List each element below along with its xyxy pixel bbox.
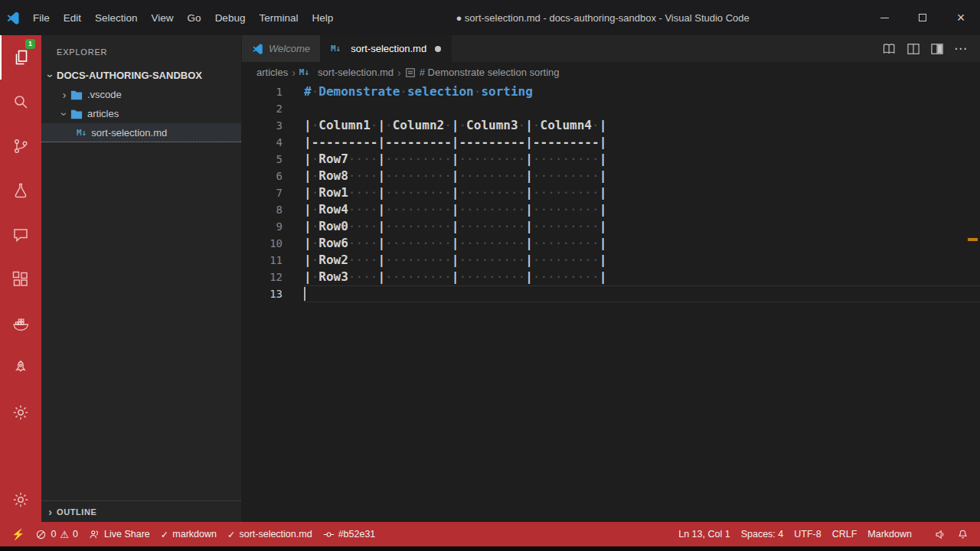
- vscode-logo-icon: [0, 11, 26, 24]
- breadcrumb-symbol-label: # Demonstrate selection sorting: [420, 67, 560, 78]
- menu-edit[interactable]: Edit: [57, 0, 88, 35]
- sidebar-title: EXPLORER: [41, 35, 241, 66]
- tab-sort-selection[interactable]: M↓ sort-selection.md: [321, 35, 452, 62]
- tree-item-label: sort-selection.md: [91, 127, 167, 139]
- code-line-13[interactable]: 13: [242, 285, 980, 302]
- megaphone-icon: [935, 529, 946, 540]
- code-line-10[interactable]: 10|·Row6····|·········|·········|·······…: [242, 235, 980, 252]
- open-preview-button[interactable]: [877, 35, 901, 62]
- window-controls: ×: [865, 0, 980, 35]
- code-text: [304, 285, 980, 302]
- lint-file-status[interactable]: ✓ sort-selection.md: [222, 522, 318, 546]
- live-share-button[interactable]: Live Share: [83, 522, 155, 546]
- code-line-8[interactable]: 8|·Row4····|·········|·········|········…: [242, 201, 980, 218]
- check-icon: ✓: [161, 529, 168, 540]
- code-line-9[interactable]: 9|·Row0····|·········|·········|········…: [242, 218, 980, 235]
- tree-item-label: .vscode: [87, 89, 122, 100]
- source-control-button[interactable]: [0, 124, 41, 168]
- code-line-1[interactable]: 1#·Demonstrate·selection·sorting: [242, 83, 980, 100]
- test-explorer-button[interactable]: [0, 168, 41, 213]
- code-line-7[interactable]: 7|·Row1····|·········|·········|········…: [242, 184, 980, 201]
- comments-button[interactable]: [0, 213, 41, 257]
- tree-section-root[interactable]: › DOCS-AUTHORING-SANDBOX: [41, 66, 241, 85]
- encoding[interactable]: UTF-8: [789, 529, 826, 540]
- cursor-position[interactable]: Ln 13, Col 1: [673, 529, 735, 540]
- tab-welcome[interactable]: Welcome: [242, 35, 321, 62]
- line-number: 11: [242, 252, 283, 269]
- line-number: 13: [242, 285, 283, 302]
- eol-sequence[interactable]: CRLF: [827, 529, 863, 540]
- explorer-button[interactable]: 1: [0, 35, 41, 80]
- line-number: 4: [242, 134, 283, 151]
- breadcrumb-symbol[interactable]: # Demonstrate selection sorting: [405, 67, 560, 78]
- error-icon: [35, 529, 47, 540]
- code-line-4[interactable]: 4|---------|---------|---------|--------…: [242, 134, 980, 151]
- lint-markdown-label: markdown: [172, 529, 217, 540]
- maximize-button[interactable]: [903, 0, 942, 35]
- manage-button[interactable]: [0, 478, 41, 522]
- indentation[interactable]: Spaces: 4: [736, 529, 789, 540]
- notifications-button[interactable]: [952, 529, 974, 540]
- manage-gear-icon: [11, 491, 30, 509]
- settings-button[interactable]: [0, 390, 41, 435]
- tab-bar: Welcome M↓ sort-selection.md: [242, 35, 980, 62]
- editor-layout-button[interactable]: [925, 35, 949, 62]
- search-icon: [11, 93, 30, 111]
- vscode-logo-icon: [252, 43, 263, 54]
- folder-open-icon: [70, 109, 83, 119]
- code-line-3[interactable]: 3|·Column1·|·Column2·|·Column3·|·Column4…: [242, 117, 980, 134]
- beaker-icon: [11, 181, 30, 200]
- problems-indicator[interactable]: 0 ⚠ 0: [30, 522, 83, 546]
- live-share-icon: [89, 529, 100, 540]
- tree-item-sort-selection[interactable]: M↓ sort-selection.md: [41, 123, 241, 142]
- dirty-indicator-icon[interactable]: [435, 46, 441, 52]
- remote-indicator[interactable]: ⚡: [6, 522, 30, 546]
- code-line-2[interactable]: 2: [242, 100, 980, 117]
- breadcrumb: articles › M↓ sort-selection.md › # Demo…: [242, 62, 980, 83]
- language-mode[interactable]: Markdown: [862, 529, 917, 540]
- editor[interactable]: 1#·Demonstrate·selection·sorting23|·Colu…: [242, 83, 980, 522]
- menu-debug[interactable]: Debug: [208, 0, 253, 35]
- minimize-button[interactable]: [865, 0, 903, 35]
- tab-label: sort-selection.md: [351, 43, 426, 54]
- menu-view[interactable]: View: [145, 0, 181, 35]
- more-actions-button[interactable]: ⋯: [949, 35, 972, 62]
- menu-bar: File Edit Selection View Go Debug Termin…: [26, 0, 340, 35]
- explorer-badge: 1: [25, 39, 35, 49]
- breadcrumb-articles[interactable]: articles: [256, 67, 288, 78]
- code-line-5[interactable]: 5|·Row7····|·········|·········|········…: [242, 151, 980, 168]
- git-commit-icon: [323, 529, 335, 540]
- code-line-11[interactable]: 11|·Row2····|·········|·········|·······…: [242, 252, 980, 269]
- close-button[interactable]: ×: [942, 0, 980, 35]
- menu-selection[interactable]: Selection: [88, 0, 145, 35]
- root-folder-label: DOCS-AUTHORING-SANDBOX: [57, 70, 202, 81]
- menu-help[interactable]: Help: [305, 0, 340, 35]
- tree-item-articles[interactable]: › articles: [41, 104, 241, 123]
- menu-file[interactable]: File: [26, 0, 57, 35]
- outline-label: OUTLINE: [57, 507, 96, 517]
- lint-markdown-status[interactable]: ✓ markdown: [155, 522, 222, 546]
- outline-section[interactable]: › OUTLINE: [41, 500, 241, 522]
- code-line-6[interactable]: 6|·Row8····|·········|·········|········…: [242, 168, 980, 184]
- markdown-file-icon: M↓: [331, 44, 341, 54]
- code-text: |·Row2····|·········|·········|·········…: [304, 252, 980, 269]
- split-editor-button[interactable]: [901, 35, 925, 62]
- code-text: |---------|---------|---------|---------…: [304, 134, 980, 151]
- commit-status[interactable]: #b52e31: [318, 522, 381, 546]
- code-text: [304, 100, 980, 117]
- editor-actions: ⋯: [877, 35, 980, 62]
- feedback-button[interactable]: [929, 529, 952, 540]
- line-number: 1: [242, 83, 283, 100]
- extensions-button[interactable]: [0, 257, 41, 302]
- chevron-right-icon: ›: [44, 506, 57, 518]
- search-button[interactable]: [0, 80, 41, 124]
- menu-terminal[interactable]: Terminal: [252, 0, 305, 35]
- code-text: |·Row0····|·········|·········|·········…: [304, 218, 980, 235]
- code-line-12[interactable]: 12|·Row3····|·········|·········|·······…: [242, 269, 980, 285]
- breadcrumb-file[interactable]: M↓ sort-selection.md: [299, 67, 394, 78]
- menu-go[interactable]: Go: [181, 0, 208, 35]
- docker-button[interactable]: [0, 302, 41, 346]
- tree-item-vscode[interactable]: › .vscode: [41, 85, 241, 104]
- azure-button[interactable]: [0, 346, 41, 390]
- line-number: 7: [242, 184, 283, 201]
